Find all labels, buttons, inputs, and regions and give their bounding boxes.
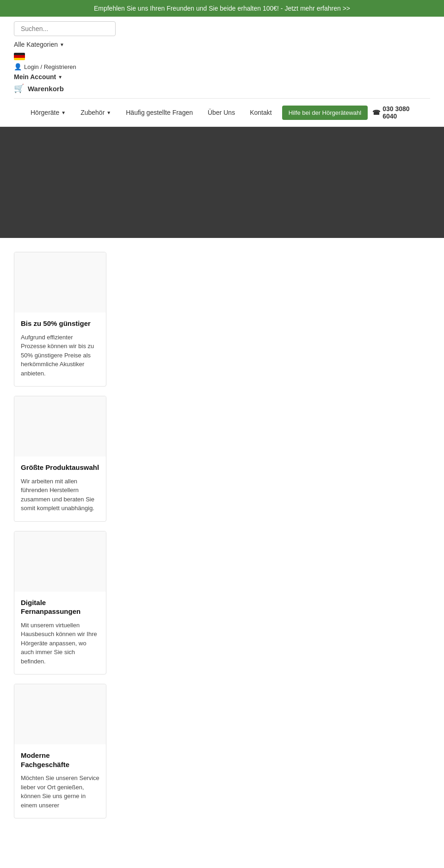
feature-card-title-0: Bis zu 50% günstiger — [21, 319, 99, 328]
flag-germany-icon — [14, 53, 25, 60]
feature-card-2: Digitale Fernanpassungen Mit unserem vir… — [14, 531, 106, 675]
feature-card-body-1: Größte Produktauswahl Wir arbeiten mit a… — [14, 456, 106, 521]
my-account-dropdown[interactable]: Mein Account ▼ — [14, 73, 116, 81]
nav-bar: Hörgeräte ▼ Zubehör ▼ Häufig gestellte F… — [14, 98, 430, 126]
hero-banner — [0, 127, 444, 238]
nav-label-hörgeräte: Hörgeräte — [31, 109, 59, 116]
my-account-label: Mein Account — [14, 73, 56, 81]
cart-icon: 🛒 — [14, 83, 24, 94]
nav-item-faq[interactable]: Häufig gestellte Fragen — [118, 102, 200, 123]
feature-card-title-2: Digitale Fernanpassungen — [21, 598, 99, 616]
chevron-down-icon: ▼ — [58, 75, 62, 80]
feature-card-image-2 — [14, 531, 106, 592]
feature-card-text-3: Möchten Sie unseren Service lieber vor O… — [21, 774, 99, 810]
nav-phone: ☎ 030 3080 6040 — [368, 99, 421, 126]
user-icon: 👤 — [14, 63, 22, 70]
feature-card-title-3: Moderne Fachgeschäfte — [21, 751, 99, 769]
feature-card-text-0: Aufgrund effizienter Prozesse können wir… — [21, 333, 99, 378]
feature-card-image-1 — [14, 396, 106, 456]
feature-card-1: Größte Produktauswahl Wir arbeiten mit a… — [14, 396, 106, 522]
feature-card-text-2: Mit unserem virtuellen Hausbesuch können… — [21, 621, 99, 666]
nav-cta-button[interactable]: Hilfe bei der Hörgerätewahl — [282, 106, 368, 120]
phone-icon: ☎ — [372, 109, 380, 116]
feature-card-body-0: Bis zu 50% günstiger Aufgrund effiziente… — [14, 312, 106, 386]
cart-label: Warenkorb — [28, 85, 64, 93]
feature-card-3: Moderne Fachgeschäfte Möchten Sie unsere… — [14, 684, 106, 818]
feature-card-text-1: Wir arbeiten mit allen führenden Herstel… — [21, 477, 99, 513]
login-label: Login / Registrieren — [24, 63, 76, 70]
feature-card-title-1: Größte Produktauswahl — [21, 463, 99, 472]
nav-label-faq: Häufig gestellte Fragen — [126, 109, 193, 116]
chevron-down-icon: ▼ — [61, 110, 66, 115]
feature-card-image-0 — [14, 252, 106, 312]
features-section: Bis zu 50% günstiger Aufgrund effiziente… — [0, 238, 444, 842]
feature-card-image-3 — [14, 684, 106, 744]
chevron-down-icon: ▼ — [60, 42, 64, 47]
chevron-down-icon: ▼ — [106, 110, 111, 115]
region-row — [14, 53, 116, 60]
nav-item-hörgeräte[interactable]: Hörgeräte ▼ — [23, 102, 73, 123]
nav-item-zubehör[interactable]: Zubehör ▼ — [73, 102, 118, 123]
cart-button[interactable]: 🛒 Warenkorb — [14, 83, 116, 94]
categories-dropdown[interactable]: Alle Kategorien ▼ — [14, 39, 116, 50]
categories-label: Alle Kategorien — [14, 41, 58, 48]
search-input[interactable] — [14, 21, 116, 36]
nav-label-zubehör: Zubehör — [80, 109, 105, 116]
feature-card-body-2: Digitale Fernanpassungen Mit unserem vir… — [14, 592, 106, 674]
nav-label-kontakt: Kontakt — [250, 109, 271, 116]
header: Alle Kategorien ▼ 👤 Login / Registrieren… — [0, 17, 444, 127]
header-top: Alle Kategorien ▼ 👤 Login / Registrieren… — [14, 21, 430, 98]
nav-item-über-uns[interactable]: Über Uns — [200, 102, 242, 123]
feature-card-body-3: Moderne Fachgeschäfte Möchten Sie unsere… — [14, 744, 106, 818]
phone-number: 030 3080 6040 — [382, 105, 421, 120]
nav-item-kontakt[interactable]: Kontakt — [242, 102, 279, 123]
nav-label-über-uns: Über Uns — [208, 109, 235, 116]
feature-card-0: Bis zu 50% günstiger Aufgrund effiziente… — [14, 252, 106, 387]
top-banner[interactable]: Empfehlen Sie uns Ihren Freunden und Sie… — [0, 0, 444, 17]
header-left: Alle Kategorien ▼ 👤 Login / Registrieren… — [14, 21, 116, 94]
login-link[interactable]: 👤 Login / Registrieren — [14, 63, 116, 70]
